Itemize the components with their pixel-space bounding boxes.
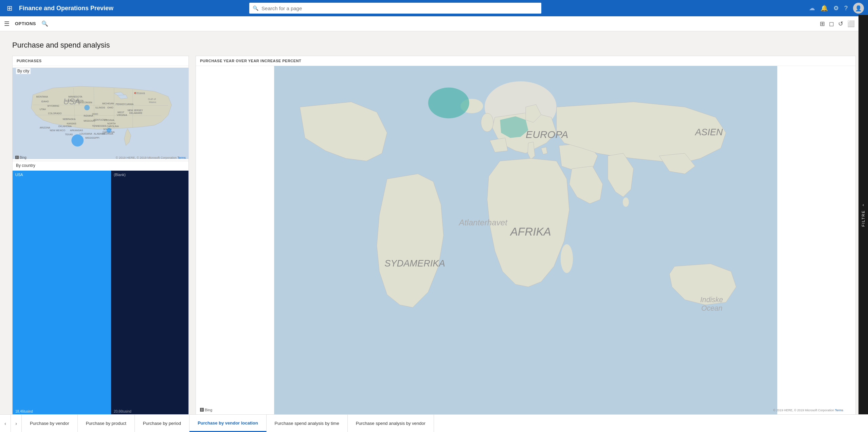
bell-icon[interactable]: 🔔	[820, 4, 828, 12]
svg-point-51	[481, 113, 493, 132]
world-map-svg: EUROPA ASIEN Atlanterhavet AFRIKA SYDAME…	[196, 66, 855, 414]
svg-text:OHIO: OHIO	[92, 113, 98, 115]
svg-text:NEBRASKA: NEBRASKA	[62, 118, 75, 120]
svg-text:COLORADO: COLORADO	[48, 112, 62, 115]
bing-logo: 🅱 Bing	[15, 156, 26, 159]
svg-text:WYOMING: WYOMING	[48, 105, 59, 107]
treemap-blank-value: 20,66tusind	[114, 410, 131, 413]
svg-text:SOUTH DAKOTA: SOUTH DAKOTA	[65, 100, 84, 102]
svg-text:NORTH: NORTH	[107, 122, 116, 125]
world-terms-link[interactable]: Terms	[835, 409, 844, 412]
hamburger-icon[interactable]: ☰	[4, 20, 10, 28]
svg-text:Atlanterhavet: Atlanterhavet	[458, 218, 508, 227]
svg-point-54	[623, 197, 629, 207]
treemap-usa-label: USA	[15, 173, 23, 177]
svg-text:LOUISIANA: LOUISIANA	[79, 133, 92, 135]
map-bubble-2	[107, 128, 111, 133]
terms-link[interactable]: Terms	[178, 156, 186, 159]
treemap-usa-value: 18,46tusind	[15, 410, 33, 413]
help-icon[interactable]: ?	[844, 5, 848, 12]
svg-text:NEW JERSEY: NEW JERSEY	[128, 109, 143, 111]
by-city-label: By city	[16, 68, 31, 74]
svg-text:Gulf of: Gulf of	[148, 98, 156, 101]
world-map-panel: PURCHASE YEAR OVER YEAR INCREASE PERCENT	[196, 56, 856, 414]
page-title: Purchase and spend analysis	[12, 41, 856, 50]
grid-icon[interactable]: ⊞	[4, 4, 15, 12]
refresh-icon[interactable]: ↺	[838, 20, 843, 28]
search-container: 🔍	[249, 3, 541, 14]
map-copyright: © 2019 HERE, © 2019 Microsoft Corporatio…	[116, 156, 186, 159]
svg-text:TEXAS: TEXAS	[65, 133, 73, 136]
map-bubble-1	[84, 105, 90, 110]
filter-text: FILTRE	[861, 210, 865, 227]
svg-text:Indiske: Indiske	[700, 296, 723, 304]
office-icon[interactable]: ◻	[829, 20, 834, 28]
tab-next-btn[interactable]: ›	[11, 415, 22, 432]
world-bing-logo: 🅱 Bing	[200, 408, 212, 412]
top-nav: ⊞ Finance and Operations Preview 🔍 ☁ 🔔 ⚙…	[0, 0, 868, 16]
world-map-copyright: © 2019 HERE, © 2019 Microsoft Corporatio…	[773, 409, 843, 412]
tab-purchase-by-vendor-location[interactable]: Purchase by vendor location	[189, 415, 267, 432]
options-search-icon[interactable]: 🔍	[41, 20, 48, 27]
svg-text:MINNESOTA: MINNESOTA	[68, 96, 82, 98]
tab-purchase-spend-analysis-by-time[interactable]: Purchase spend analysis by time	[267, 415, 348, 432]
treemap-blank[interactable]: (Blank) 20,66tusind	[111, 171, 188, 414]
svg-text:UTAH: UTAH	[40, 108, 46, 110]
treemap-blank-label: (Blank)	[114, 173, 126, 177]
svg-text:ARKANSAS: ARKANSAS	[70, 129, 83, 132]
svg-text:ARIZONA: ARIZONA	[40, 126, 50, 129]
map-bubble-large	[71, 134, 84, 146]
search-icon: 🔍	[253, 5, 258, 11]
svg-text:IDAHO: IDAHO	[41, 100, 49, 103]
svg-text:AFRIKA: AFRIKA	[510, 225, 551, 238]
tab-prev-btn[interactable]: ‹	[0, 415, 11, 432]
tab-purchase-by-period[interactable]: Purchase by period	[135, 415, 189, 432]
svg-text:DELAWARE: DELAWARE	[129, 112, 143, 114]
svg-text:OHIO: OHIO	[107, 106, 113, 109]
svg-text:TENNESSEE: TENNESSEE	[92, 125, 107, 127]
dashboard-icon[interactable]: ⊞	[820, 20, 825, 28]
svg-text:SYDAMERIKA: SYDAMERIKA	[384, 258, 445, 269]
svg-text:OKLAHOMA: OKLAHOMA	[58, 125, 72, 127]
svg-text:KANSAS: KANSAS	[67, 122, 76, 125]
filter-sidebar[interactable]: ‹ FILTRE	[858, 31, 868, 414]
svg-text:Maine: Maine	[149, 101, 156, 104]
svg-text:CAROLINA: CAROLINA	[107, 125, 119, 127]
options-right-icons: ⊞ ◻ ↺ ⬜ ✕	[820, 20, 864, 28]
svg-text:Ottawa: Ottawa	[134, 91, 145, 95]
maximize-icon[interactable]: ⬜	[847, 20, 855, 28]
options-bar: ☰ OPTIONS 🔍 ⊞ ◻ ↺ ⬜ ✕	[0, 16, 868, 31]
svg-point-52	[561, 244, 573, 273]
filter-arrow: ‹	[863, 203, 864, 207]
purchases-header: PURCHASES	[13, 56, 188, 66]
dashboard: PURCHASES By city	[12, 56, 856, 414]
world-map-container: EUROPA ASIEN Atlanterhavet AFRIKA SYDAME…	[196, 66, 855, 414]
bing-credit: 🅱 Bing	[15, 156, 26, 159]
world-bing-credit: 🅱 Bing	[200, 408, 212, 412]
treemap: USA 18,46tusind (Blank) 20,66tusind	[13, 171, 188, 414]
tab-purchase-spend-analysis-by-vendor[interactable]: Purchase spend analysis by vendor	[348, 415, 434, 432]
svg-text:PENNSYLVANIA: PENNSYLVANIA	[116, 103, 134, 105]
app-title: Finance and Operations Preview	[19, 5, 113, 12]
svg-text:MISSISSIPPI: MISSISSIPPI	[85, 137, 100, 139]
svg-text:NEW MEXICO: NEW MEXICO	[50, 129, 66, 132]
search-input[interactable]	[249, 3, 541, 14]
by-country-section: By country USA 18,46tusind (Blank) 20,66…	[13, 161, 188, 414]
svg-text:ASIEN: ASIEN	[694, 127, 723, 137]
gear-icon[interactable]: ⚙	[833, 4, 839, 12]
svg-text:ILLINOIS: ILLINOIS	[95, 106, 105, 109]
svg-text:GEORGIA: GEORGIA	[102, 133, 113, 135]
nav-right: ☁ 🔔 ⚙ ? 👤	[809, 3, 864, 14]
purchases-panel: PURCHASES By city	[12, 56, 189, 414]
usa-map-svg: USA Ottawa Gulf of Maine MONTANA IDAHO W…	[13, 66, 188, 161]
svg-text:VIRGINIA: VIRGINIA	[117, 114, 127, 116]
tab-purchase-by-product[interactable]: Purchase by product	[78, 415, 135, 432]
usa-map-section: By city	[13, 66, 188, 161]
svg-text:VIRGINIA: VIRGINIA	[104, 119, 114, 121]
tab-purchase-by-vendor[interactable]: Purchase by vendor	[22, 415, 78, 432]
svg-text:MICHIGAN: MICHIGAN	[102, 102, 114, 105]
avatar[interactable]: 👤	[853, 3, 864, 14]
treemap-usa[interactable]: USA 18,46tusind	[13, 171, 111, 414]
tab-bar: ‹ › Purchase by vendor Purchase by produ…	[0, 414, 868, 432]
svg-point-9	[134, 92, 136, 94]
